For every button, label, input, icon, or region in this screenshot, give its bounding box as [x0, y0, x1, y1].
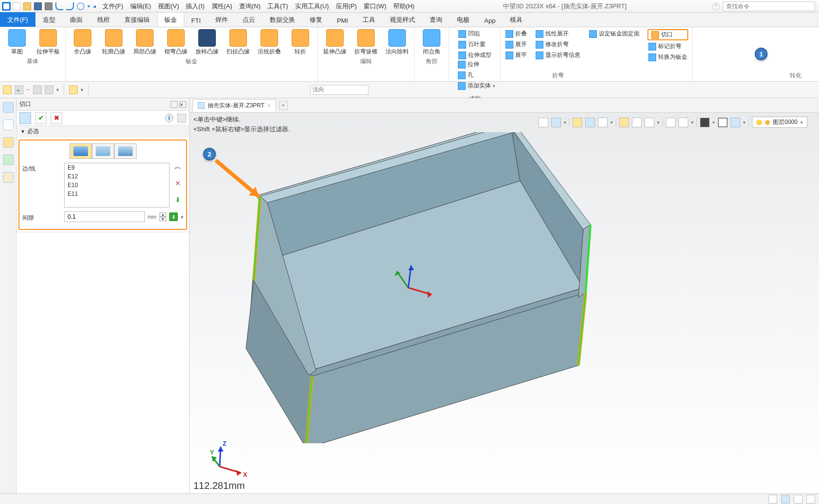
- full-flange-button[interactable]: 全凸缘: [70, 29, 96, 56]
- vt-dd-icon[interactable]: ▾: [713, 120, 715, 125]
- list-item[interactable]: E11: [65, 190, 169, 198]
- vt-icon[interactable]: [666, 118, 676, 127]
- rip-mode-3[interactable]: [114, 143, 137, 159]
- linear-unfold-button[interactable]: 线性展开: [535, 29, 581, 38]
- manager-tab-image-icon[interactable]: [3, 155, 14, 165]
- tab-query[interactable]: 查询: [422, 12, 450, 27]
- extrude-flat-button[interactable]: 拉伸平板: [35, 29, 61, 56]
- bend-taper-button[interactable]: 折弯拔锥: [353, 29, 379, 56]
- menu-attr[interactable]: 属性(A): [209, 1, 235, 12]
- vt-dd-icon[interactable]: ▾: [743, 120, 746, 125]
- vt-icon[interactable]: [679, 118, 688, 127]
- undo-icon[interactable]: [55, 2, 63, 10]
- menu-help[interactable]: 帮助(H): [390, 1, 418, 12]
- tab-repair[interactable]: 修复: [302, 12, 330, 27]
- menu-insert[interactable]: 插入(I): [183, 1, 207, 12]
- vt-icon[interactable]: [573, 118, 582, 127]
- menu-app[interactable]: 应用(P): [333, 1, 360, 12]
- collapse-list-icon[interactable]: ︽: [174, 163, 182, 171]
- tab-weld[interactable]: 焊件: [208, 12, 235, 27]
- tab-fti[interactable]: FTI: [184, 14, 209, 27]
- info-icon[interactable]: i: [165, 114, 174, 122]
- close-tab-icon[interactable]: ×: [267, 103, 270, 108]
- tab-wireframe[interactable]: 线框: [90, 12, 117, 27]
- manager-tab-view-icon[interactable]: [3, 137, 14, 148]
- pick-list-icon[interactable]: ⬇: [174, 196, 182, 204]
- tab-tools[interactable]: 工具: [355, 12, 383, 27]
- manager-tab-assembly-icon[interactable]: [3, 120, 14, 130]
- edge-listbox[interactable]: E9 E12 E10 E11: [64, 163, 170, 208]
- vt-icon[interactable]: [619, 118, 629, 127]
- vt-icon[interactable]: [551, 118, 561, 127]
- vt-dd-icon[interactable]: ▾: [610, 120, 613, 125]
- unfold-button[interactable]: 展开: [505, 40, 528, 49]
- tab-visualstyle[interactable]: 视觉样式: [383, 12, 422, 27]
- command-search-input[interactable]: [723, 1, 815, 11]
- gap-pick-icon[interactable]: ⬇: [169, 212, 178, 221]
- vt-dd-icon[interactable]: ▾: [564, 120, 566, 125]
- rip-mode-2[interactable]: [92, 143, 114, 159]
- tab-file[interactable]: 文件(F): [0, 12, 35, 27]
- tab-shape[interactable]: 造型: [35, 12, 63, 27]
- settings-icon[interactable]: [77, 2, 85, 10]
- vt-icon[interactable]: [700, 118, 710, 127]
- status-icon[interactable]: [768, 495, 777, 504]
- local-flange-button[interactable]: 局部凸缘: [132, 29, 158, 56]
- manager-tab-feature-icon[interactable]: [3, 102, 14, 113]
- close-corner-button[interactable]: 闭合角: [418, 29, 445, 56]
- vt-icon[interactable]: [585, 118, 595, 127]
- vt-icon[interactable]: [645, 118, 654, 127]
- tab-pointcloud[interactable]: 点云: [235, 12, 262, 27]
- more-icon[interactable]: ▾: [56, 87, 59, 92]
- direction-input[interactable]: [310, 85, 368, 95]
- menu-tools[interactable]: 工具(T): [264, 1, 291, 12]
- show-bend-info-button[interactable]: 显示折弯信息: [535, 51, 581, 60]
- confirm-button[interactable]: ✔: [35, 112, 47, 124]
- dimple-button[interactable]: 凹陷: [457, 29, 492, 38]
- tab-sheetmetal[interactable]: 钣金: [157, 12, 184, 27]
- status-icon[interactable]: [806, 495, 815, 504]
- expand-icon[interactable]: [177, 114, 186, 122]
- menu-view[interactable]: 视图(V): [155, 1, 182, 12]
- clear-list-icon[interactable]: ✕: [174, 179, 182, 187]
- hl-dropdown-icon[interactable]: ▾: [81, 87, 83, 92]
- list-item[interactable]: E12: [65, 172, 169, 181]
- menu-query[interactable]: 查询(N): [236, 1, 263, 12]
- vt-dd-icon[interactable]: ▾: [657, 120, 660, 125]
- list-item[interactable]: E9: [65, 163, 169, 172]
- filter-icon[interactable]: [45, 86, 53, 94]
- qa-dropdown-icon[interactable]: ▾: [87, 3, 90, 9]
- add-tool-icon[interactable]: ＋: [15, 86, 23, 94]
- extrude-button[interactable]: 拉伸: [457, 60, 496, 69]
- sweep-flange-button[interactable]: 扫掠凸缘: [225, 29, 251, 56]
- panel-close-icon[interactable]: ×: [179, 101, 186, 108]
- new-tab-button[interactable]: +: [279, 101, 288, 110]
- rip-button[interactable]: 切口: [647, 29, 688, 40]
- document-tab[interactable]: 抽壳实体-展开.Z3PRT ×: [192, 99, 276, 112]
- vt-icon[interactable]: [539, 118, 548, 127]
- gap-dropdown-icon[interactable]: ▾: [181, 214, 183, 220]
- loft-flange-button[interactable]: 放样凸缘: [194, 29, 220, 56]
- gap-input[interactable]: [64, 211, 145, 222]
- list-item[interactable]: E10: [65, 181, 169, 190]
- hem-flange-button[interactable]: 褶弯凸缘: [163, 29, 189, 56]
- louver-button[interactable]: 百叶窗: [457, 40, 492, 49]
- add-body-button[interactable]: 添加实体▾: [457, 81, 496, 90]
- menu-window[interactable]: 窗口(W): [361, 1, 389, 12]
- manager-tab-user-icon[interactable]: [3, 172, 14, 183]
- cancel-button[interactable]: ✖: [51, 112, 62, 124]
- rip-mode-1[interactable]: [70, 143, 92, 159]
- vt-icon[interactable]: [598, 118, 608, 127]
- status-icon[interactable]: [794, 495, 802, 504]
- extend-flange-button[interactable]: 延伸凸缘: [322, 29, 348, 56]
- jog-button[interactable]: 转折: [287, 29, 314, 56]
- minus-tool-icon[interactable]: −: [26, 86, 30, 93]
- vt-icon[interactable]: [731, 118, 740, 127]
- vt-icon[interactable]: [632, 118, 642, 127]
- tab-dataexchange[interactable]: 数据交换: [262, 12, 302, 27]
- viewport[interactable]: 抽壳实体-展开.Z3PRT × + <单击中键>继续. <Shift +鼠标右键…: [190, 98, 819, 493]
- sketch-button[interactable]: 草图: [4, 29, 30, 56]
- select-tool-icon[interactable]: [3, 86, 12, 94]
- fold-button[interactable]: 折叠: [505, 29, 528, 38]
- vt-icon[interactable]: [718, 118, 728, 127]
